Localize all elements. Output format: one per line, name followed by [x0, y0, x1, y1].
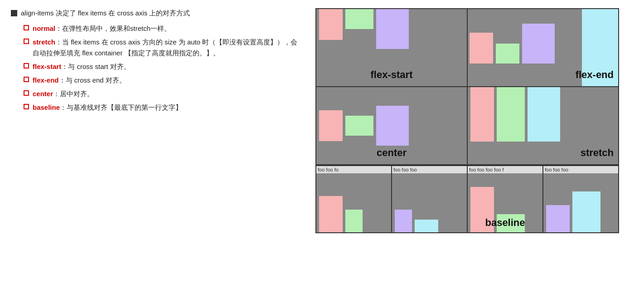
list-item: flex-end：与 cross end 对齐。 [24, 75, 301, 86]
list-item: flex-start：与 cross start 对齐。 [24, 61, 301, 72]
green-box [496, 44, 519, 64]
foo-seg-1: foo foo fo [316, 166, 392, 173]
bullet-icon [24, 104, 29, 109]
desc: ：当 flex items 在 cross axis 方向的 size 为 au… [33, 38, 297, 57]
foo-row: foo foo fo foo foo foo foo foo foo foo f… [316, 165, 618, 173]
purple-box [546, 205, 570, 232]
purple-box [395, 210, 412, 232]
center-label: center [377, 147, 407, 159]
bullet-content: baseline：与基准线对齐【最底下的第一行文字】 [33, 102, 182, 113]
diagram-row-2: center stretch [316, 87, 618, 165]
purple-box [376, 106, 409, 146]
bullet-icon [24, 77, 29, 82]
bullet-content: stretch：当 flex items 在 cross axis 方向的 si… [33, 37, 301, 59]
bullet-list: normal：在弹性布局中，效果和stretch一样。 stretch：当 fl… [11, 23, 301, 113]
pink-box [319, 9, 343, 40]
list-item: normal：在弹性布局中，效果和stretch一样。 [24, 23, 301, 34]
desc: ：与 cross end 对齐。 [59, 76, 126, 84]
purple-box [522, 24, 555, 64]
pink-box [470, 87, 494, 142]
keyword: stretch [33, 38, 55, 46]
desc: ：与基准线对齐【最底下的第一行文字】 [60, 103, 182, 111]
diagram: flex-start flex-end center [315, 8, 619, 233]
list-item: baseline：与基准线对齐【最底下的第一行文字】 [24, 102, 301, 113]
bullet-content: normal：在弹性布局中，效果和stretch一样。 [33, 23, 171, 34]
list-item: center：居中对齐。 [24, 88, 301, 99]
pink-box [470, 33, 493, 64]
baseline-col-2 [392, 173, 468, 232]
flex-end-label: flex-end [576, 69, 614, 81]
cyan-box [572, 191, 600, 232]
desc: ：在弹性布局中，效果和stretch一样。 [55, 25, 171, 32]
baseline-label: baseline [485, 217, 525, 229]
bullet-content: flex-end：与 cross end 对齐。 [33, 75, 126, 86]
green-box [345, 210, 363, 232]
cyan-box [528, 87, 560, 142]
flex-start-label: flex-start [371, 69, 413, 81]
cell-flex-start: flex-start [316, 9, 468, 86]
main-container: align-items 决定了 flex items 在 cross axis … [11, 8, 633, 233]
baseline-row: baseline [316, 173, 618, 232]
keyword: normal [33, 25, 55, 32]
cell-center: center [316, 87, 468, 164]
cell-stretch: stretch [468, 87, 618, 164]
baseline-col-3: baseline [468, 173, 543, 232]
heading-text: align-items 决定了 flex items 在 cross axis … [21, 8, 190, 19]
pink-box [319, 196, 343, 232]
heading-square-icon [11, 10, 17, 16]
keyword: flex-start [33, 63, 61, 70]
bullet-icon [24, 90, 29, 96]
green-box [345, 116, 373, 136]
bullet-content: flex-start：与 cross start 对齐。 [33, 61, 131, 72]
foo-seg-4: foo foo foo [543, 166, 618, 173]
bullet-content: center：居中对齐。 [33, 88, 94, 99]
cell-flex-end: flex-end [468, 9, 618, 86]
text-section: align-items 决定了 flex items 在 cross axis … [11, 8, 301, 116]
cyan-box [415, 220, 438, 232]
keyword: center [33, 90, 53, 98]
stretch-label: stretch [581, 147, 614, 159]
foo-seg-2: foo foo foo [392, 166, 468, 173]
foo-seg-3: foo foo foo foo f [468, 166, 543, 173]
bullet-icon [24, 39, 29, 44]
pink-box [319, 110, 343, 141]
keyword: baseline [33, 103, 60, 111]
desc: ：居中对齐。 [53, 90, 94, 98]
desc: ：与 cross start 对齐。 [61, 63, 131, 70]
green-box [345, 9, 373, 29]
heading-row: align-items 决定了 flex items 在 cross axis … [11, 8, 301, 19]
green-box [497, 87, 525, 142]
bullet-icon [24, 63, 29, 69]
diagram-row-1: flex-start flex-end [316, 9, 618, 87]
keyword: flex-end [33, 76, 59, 84]
purple-box [376, 9, 409, 49]
list-item: stretch：当 flex items 在 cross axis 方向的 si… [24, 37, 301, 59]
baseline-col-4 [543, 173, 618, 232]
bullet-icon [24, 25, 29, 30]
baseline-col-1 [316, 173, 392, 232]
